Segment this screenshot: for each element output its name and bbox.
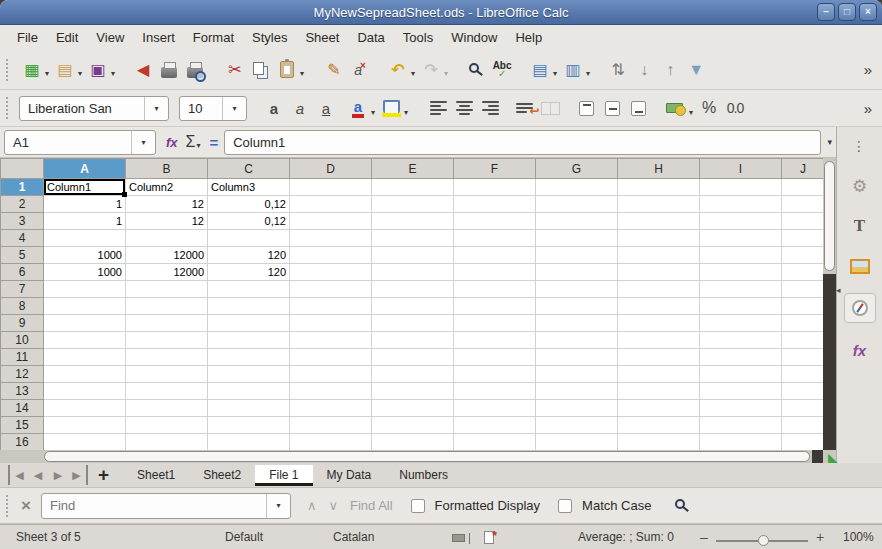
column-header-i[interactable]: I	[700, 159, 782, 179]
sheet-tab-sheet1[interactable]: Sheet1	[123, 465, 189, 485]
toolbar-overflow-button[interactable]: »	[864, 61, 872, 78]
zoom-slider-thumb[interactable]	[758, 535, 769, 546]
cell-a5[interactable]: 1000	[44, 247, 126, 264]
row-button[interactable]: ▤	[527, 56, 553, 84]
column-header-c[interactable]: C	[208, 159, 290, 179]
font-color-dropdown-arrow[interactable]: ▾	[371, 108, 375, 117]
page-style-status[interactable]: Default	[225, 530, 263, 544]
highlight-dropdown-arrow[interactable]: ▾	[404, 108, 408, 117]
add-sheet-button[interactable]: +	[98, 464, 109, 486]
toolbar-overflow-button[interactable]: »	[864, 100, 872, 117]
zoom-slider[interactable]	[716, 540, 808, 542]
sort-button[interactable]: ⇅	[605, 56, 631, 84]
open-dropdown-arrow[interactable]: ▾	[78, 69, 82, 78]
menu-tools[interactable]: Tools	[394, 27, 442, 48]
menu-window[interactable]: Window	[442, 27, 506, 48]
menu-format[interactable]: Format	[184, 27, 243, 48]
align-bottom-button[interactable]	[625, 94, 651, 122]
formatted-display-checkbox[interactable]	[411, 499, 425, 513]
first-sheet-button[interactable]: ◀	[8, 465, 28, 485]
sidebar-item-styles[interactable]: T ◣	[845, 213, 875, 239]
cell-a1-selected[interactable]: Column1	[44, 179, 126, 196]
close-button[interactable]: ×	[859, 3, 877, 21]
save-button[interactable]: ▣	[85, 56, 111, 84]
row-header-14[interactable]: 14	[1, 400, 44, 417]
function-wizard-button[interactable]: fx	[166, 135, 178, 150]
menu-data[interactable]: Data	[348, 27, 393, 48]
vertical-scrollbar[interactable]	[823, 158, 836, 450]
highlighting-color-button[interactable]	[378, 94, 404, 122]
cell-c5[interactable]: 120	[208, 247, 290, 264]
cell-b2[interactable]: 12	[126, 196, 208, 213]
column-header-d[interactable]: D	[290, 159, 372, 179]
chevron-down-icon[interactable]: ▾	[144, 97, 168, 120]
sheet-tab-numbers[interactable]: Numbers	[385, 465, 462, 485]
open-button[interactable]: ▤	[52, 56, 78, 84]
paste-button[interactable]	[274, 56, 300, 84]
cell-a3[interactable]: 1	[44, 213, 126, 230]
cell-a2[interactable]: 1	[44, 196, 126, 213]
font-name-combo[interactable]: Liberation San ▾	[19, 96, 169, 121]
sheet-tab-my-data[interactable]: My Data	[313, 465, 386, 485]
vertical-scrollbar-thumb[interactable]	[824, 161, 835, 271]
find-and-replace-button[interactable]	[675, 503, 689, 509]
sidebar-collapse-arrow[interactable]: ◂	[836, 285, 841, 295]
maximize-button[interactable]: □	[838, 3, 856, 21]
save-dropdown-arrow[interactable]: ▾	[111, 69, 115, 78]
corner-select-all[interactable]	[1, 159, 44, 179]
sidebar-item-gallery[interactable]	[845, 253, 875, 279]
column-header-e[interactable]: E	[372, 159, 454, 179]
row-header-3[interactable]: 3	[1, 213, 44, 230]
row-header-15[interactable]: 15	[1, 417, 44, 434]
row-header-12[interactable]: 12	[1, 366, 44, 383]
number-format-button[interactable]: 0.0	[722, 94, 748, 122]
column-dropdown-arrow[interactable]: ▾	[586, 69, 590, 78]
sum-button[interactable]: Σ	[186, 133, 196, 151]
column-header-b[interactable]: B	[126, 159, 208, 179]
column-button[interactable]: ▥	[560, 56, 586, 84]
sidebar-settings-button[interactable]: ⋮	[845, 133, 875, 159]
paste-dropdown-arrow[interactable]: ▾	[300, 69, 304, 78]
new-dropdown-arrow[interactable]: ▾	[45, 69, 49, 78]
currency-format-button[interactable]	[663, 94, 689, 122]
sheet-tab-sheet2[interactable]: Sheet2	[189, 465, 255, 485]
currency-dropdown-arrow[interactable]: ▾	[689, 108, 693, 117]
formula-input[interactable]	[224, 130, 821, 155]
spelling-button[interactable]: Abc ✓	[489, 56, 515, 84]
sheet-position-status[interactable]: Sheet 3 of 5	[16, 530, 81, 544]
cell-b1[interactable]: Column2	[126, 179, 208, 196]
cell-c3[interactable]: 0,12	[208, 213, 290, 230]
merge-cells-button[interactable]	[537, 94, 563, 122]
menu-view[interactable]: View	[87, 27, 133, 48]
find-next-button[interactable]: ∨	[328, 498, 338, 513]
row-header-9[interactable]: 9	[1, 315, 44, 332]
cut-button[interactable]: ✂	[222, 56, 248, 84]
column-header-g[interactable]: G	[536, 159, 618, 179]
row-header-6[interactable]: 6	[1, 264, 44, 281]
row-header-1[interactable]: 1	[1, 179, 44, 196]
find-input[interactable]	[42, 498, 266, 513]
cell-b5[interactable]: 12000	[126, 247, 208, 264]
chevron-down-icon[interactable]: ▾	[266, 494, 290, 518]
toolbar-grip[interactable]	[6, 495, 14, 517]
column-header-a[interactable]: A	[44, 159, 126, 179]
sum-dropdown-arrow[interactable]: ▾	[196, 141, 200, 150]
percent-format-button[interactable]: %	[696, 94, 722, 122]
next-sheet-button[interactable]: ▶	[48, 465, 68, 485]
align-right-button[interactable]	[477, 94, 503, 122]
titlebar[interactable]: MyNewSepreadSheet.ods - LibreOffice Calc…	[0, 0, 882, 25]
row-header-8[interactable]: 8	[1, 298, 44, 315]
row-header-16[interactable]: 16	[1, 434, 44, 451]
row-dropdown-arrow[interactable]: ▾	[553, 69, 557, 78]
font-size-combo[interactable]: 10 ▾	[179, 96, 247, 121]
selection-summary-status[interactable]: Average: ; Sum: 0	[578, 530, 674, 544]
menu-help[interactable]: Help	[506, 27, 551, 48]
zoom-level-status[interactable]: 100%	[843, 530, 874, 544]
close-find-bar-button[interactable]: ×	[21, 496, 31, 516]
expand-formula-bar-arrow[interactable]: ▾	[827, 137, 832, 147]
match-case-checkbox[interactable]	[558, 499, 572, 513]
redo-button[interactable]: ↷	[418, 56, 444, 84]
menu-insert[interactable]: Insert	[133, 27, 184, 48]
sort-ascending-button[interactable]: ↑	[657, 56, 683, 84]
menu-edit[interactable]: Edit	[47, 27, 87, 48]
